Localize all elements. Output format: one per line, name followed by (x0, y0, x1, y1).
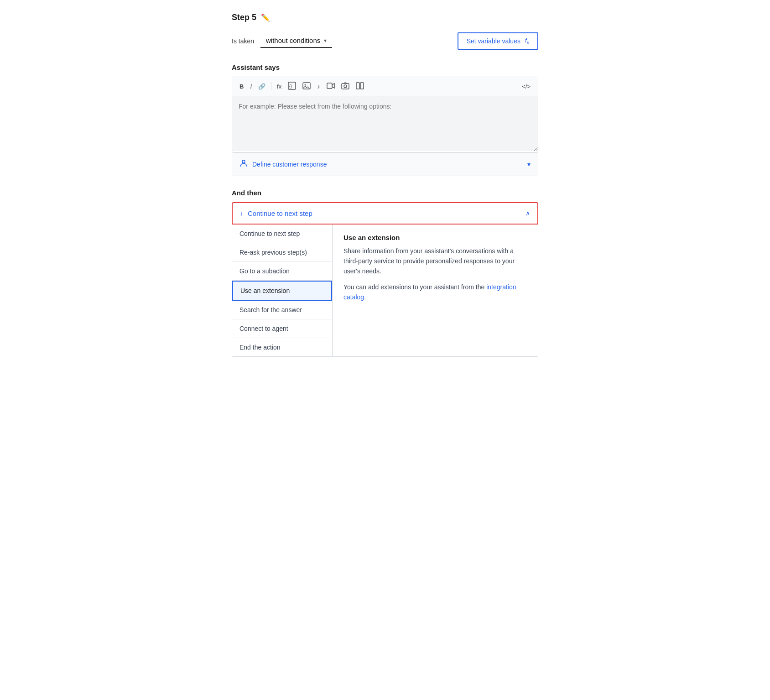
step-header: Step 5 ✏️ (232, 13, 538, 22)
condition-value: without conditions (266, 37, 320, 44)
dropdown-panel: Continue to next step Re-ask previous st… (232, 225, 538, 357)
condition-dropdown[interactable]: without conditions ▾ (260, 34, 332, 48)
and-then-label: And then (232, 189, 538, 197)
arrow-down-icon: ↓ (240, 209, 243, 217)
svg-point-9 (242, 160, 245, 163)
define-customer-response[interactable]: Define customer response ▾ (232, 153, 538, 176)
svg-text:{}: {} (289, 84, 292, 89)
svg-rect-5 (342, 84, 349, 89)
dropdown-item-reask[interactable]: Re-ask previous step(s) (232, 243, 332, 262)
dropdown-list: Continue to next step Re-ask previous st… (232, 225, 333, 356)
editor-container: B I 🔗 fx {} ♪ </> (232, 77, 538, 153)
toolbar-divider-1 (271, 82, 271, 90)
person-icon (239, 159, 248, 169)
is-taken-row: Is taken without conditions ▾ Set variab… (232, 32, 538, 50)
link-button[interactable]: 🔗 (255, 81, 268, 92)
detail-description-2: You can add extensions to your assistant… (343, 282, 527, 303)
detail-description-2-text: You can add extensions to your assistant… (343, 283, 484, 291)
chevron-up-icon: ∧ (525, 209, 530, 217)
music-button[interactable]: ♪ (314, 81, 323, 92)
set-variable-label: Set variable values (467, 37, 520, 45)
svg-rect-8 (360, 83, 364, 89)
dropdown-item-agent[interactable]: Connect to agent (232, 319, 332, 338)
fx-icon: fx (525, 37, 529, 45)
selected-action-text: Continue to next step (248, 209, 521, 217)
dropdown-item-search[interactable]: Search for the answer (232, 301, 332, 319)
edit-icon[interactable]: ✏️ (261, 13, 270, 22)
define-customer-chevron-icon: ▾ (527, 161, 531, 168)
columns-button[interactable] (353, 80, 367, 93)
is-taken-left: Is taken without conditions ▾ (232, 34, 332, 48)
dropdown-detail: Use an extension Share information from … (333, 225, 538, 356)
image-button[interactable] (300, 80, 313, 93)
define-customer-response-label: Define customer response (252, 161, 327, 168)
dropdown-item-end[interactable]: End the action (232, 338, 332, 356)
step-title: Step 5 (232, 13, 256, 22)
dropdown-item-continue[interactable]: Continue to next step (232, 225, 332, 243)
action-dropdown-selected[interactable]: ↓ Continue to next step ∧ (232, 202, 538, 225)
editor-toolbar: B I 🔗 fx {} ♪ </> (232, 77, 538, 96)
assistant-says-label: Assistant says (232, 63, 538, 71)
dropdown-item-goto[interactable]: Go to a subaction (232, 262, 332, 281)
svg-rect-4 (327, 83, 332, 89)
italic-button[interactable]: I (247, 81, 255, 92)
define-customer-left: Define customer response (239, 159, 327, 169)
is-taken-label: Is taken (232, 37, 254, 45)
assistant-says-input[interactable] (232, 96, 538, 151)
video-button[interactable] (324, 80, 338, 93)
svg-point-6 (344, 85, 347, 88)
code-var-button[interactable]: {} (285, 80, 299, 93)
bold-button[interactable]: B (237, 81, 246, 92)
svg-rect-7 (356, 83, 359, 89)
fx-toolbar-button[interactable]: fx (274, 81, 284, 92)
chevron-down-icon: ▾ (324, 37, 327, 44)
set-variable-button[interactable]: Set variable values fx (458, 32, 538, 50)
raw-html-button[interactable]: </> (519, 81, 533, 92)
detail-description-1: Share information from your assistant's … (343, 246, 527, 277)
svg-point-3 (305, 84, 306, 85)
camera-button[interactable] (338, 80, 352, 93)
detail-title: Use an extension (343, 234, 527, 241)
dropdown-item-extension[interactable]: Use an extension (232, 281, 332, 301)
page-container: Step 5 ✏️ Is taken without conditions ▾ … (221, 0, 549, 370)
